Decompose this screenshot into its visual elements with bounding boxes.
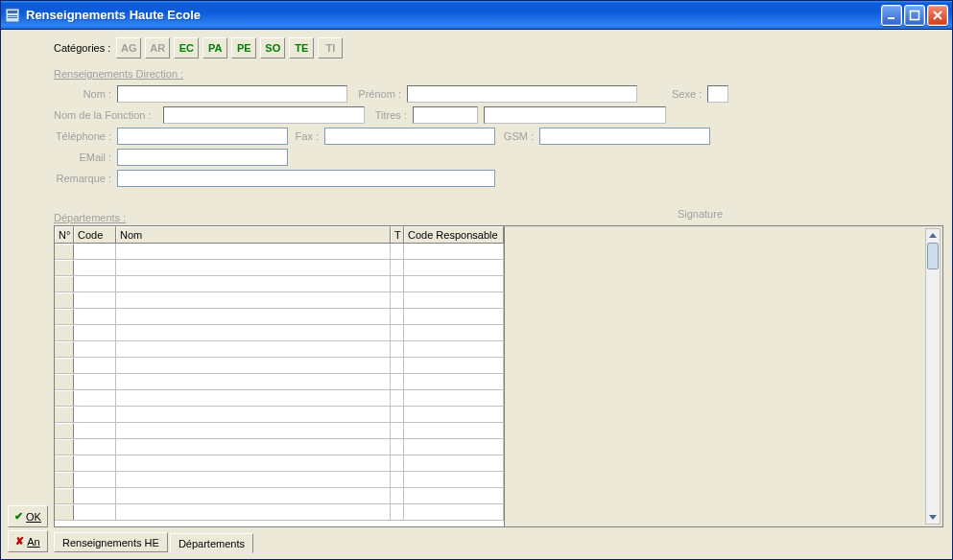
cell-resp[interactable]	[404, 244, 504, 259]
minimize-button[interactable]	[881, 5, 902, 26]
table-row[interactable]	[55, 358, 504, 374]
cell-code[interactable]	[74, 244, 116, 259]
cell-code[interactable]	[74, 423, 116, 438]
table-row[interactable]	[55, 260, 504, 276]
cell-resp[interactable]	[404, 423, 504, 438]
table-row[interactable]	[55, 292, 504, 309]
category-pe-button[interactable]: PE	[231, 37, 256, 58]
col-code[interactable]: Code	[74, 226, 116, 243]
remarque-field[interactable]	[117, 170, 495, 187]
cell-t[interactable]	[391, 390, 404, 406]
cell-code[interactable]	[74, 341, 116, 357]
cell-code[interactable]	[74, 439, 116, 455]
cell-num[interactable]	[55, 439, 74, 455]
cell-num[interactable]	[55, 455, 74, 471]
sexe-field[interactable]	[707, 85, 728, 103]
col-resp[interactable]: Code Responsable	[404, 226, 504, 243]
cell-nom[interactable]	[116, 472, 391, 487]
cell-code[interactable]	[74, 407, 116, 422]
table-row[interactable]	[55, 423, 504, 439]
tel-field[interactable]	[117, 128, 288, 145]
titre2-field[interactable]	[484, 106, 666, 124]
cell-t[interactable]	[391, 439, 404, 455]
cell-nom[interactable]	[116, 358, 391, 373]
cell-num[interactable]	[55, 472, 74, 487]
cell-code[interactable]	[74, 276, 116, 292]
cell-t[interactable]	[391, 374, 404, 389]
cell-t[interactable]	[391, 488, 404, 503]
col-t[interactable]: T	[391, 226, 404, 243]
cell-code[interactable]	[74, 472, 116, 487]
table-row[interactable]	[55, 325, 504, 341]
cell-num[interactable]	[55, 292, 74, 308]
cell-code[interactable]	[74, 309, 116, 324]
departements-grid[interactable]: N° Code Nom T Code Responsable	[54, 225, 505, 527]
cell-num[interactable]	[55, 423, 74, 438]
cell-nom[interactable]	[116, 341, 391, 357]
table-row[interactable]	[55, 407, 504, 423]
cell-num[interactable]	[55, 244, 74, 259]
table-row[interactable]	[55, 309, 504, 325]
cell-t[interactable]	[391, 244, 404, 259]
cell-t[interactable]	[391, 472, 404, 487]
cell-num[interactable]	[55, 488, 74, 503]
fax-field[interactable]	[324, 128, 495, 145]
cell-t[interactable]	[391, 309, 404, 324]
cell-code[interactable]	[74, 504, 116, 520]
cell-num[interactable]	[55, 504, 74, 520]
cell-t[interactable]	[391, 504, 404, 520]
cell-nom[interactable]	[116, 244, 391, 259]
cell-nom[interactable]	[116, 374, 391, 389]
cell-t[interactable]	[391, 260, 404, 275]
cell-resp[interactable]	[404, 455, 504, 471]
cell-resp[interactable]	[404, 292, 504, 308]
email-field[interactable]	[117, 149, 288, 166]
tab-renseignements-he[interactable]: Renseignements HE	[54, 532, 168, 552]
cell-nom[interactable]	[116, 455, 391, 471]
col-num[interactable]: N°	[55, 226, 74, 243]
cell-nom[interactable]	[116, 276, 391, 292]
grid-body[interactable]	[55, 244, 504, 526]
cell-code[interactable]	[74, 488, 116, 503]
cell-resp[interactable]	[404, 341, 504, 357]
cell-num[interactable]	[55, 358, 74, 373]
cell-num[interactable]	[55, 374, 74, 389]
scrollbar[interactable]	[925, 228, 941, 525]
cell-t[interactable]	[391, 455, 404, 471]
cell-resp[interactable]	[404, 439, 504, 455]
maximize-button[interactable]	[904, 5, 925, 26]
cell-nom[interactable]	[116, 407, 391, 422]
cell-nom[interactable]	[116, 325, 391, 340]
col-nom[interactable]: Nom	[116, 226, 391, 243]
prenom-field[interactable]	[407, 85, 637, 103]
cell-num[interactable]	[55, 325, 74, 340]
cell-t[interactable]	[391, 292, 404, 308]
tab-departements[interactable]: Départements	[170, 533, 253, 553]
cell-resp[interactable]	[404, 504, 504, 520]
cell-nom[interactable]	[116, 260, 391, 275]
fonction-field[interactable]	[163, 106, 365, 124]
ok-button[interactable]: ✔ OK	[8, 505, 48, 527]
table-row[interactable]	[55, 390, 504, 407]
cell-t[interactable]	[391, 276, 404, 292]
cell-t[interactable]	[391, 407, 404, 422]
category-pa-button[interactable]: PA	[203, 37, 227, 58]
cell-nom[interactable]	[116, 439, 391, 455]
cell-nom[interactable]	[116, 488, 391, 503]
cell-num[interactable]	[55, 309, 74, 324]
table-row[interactable]	[55, 472, 504, 488]
table-row[interactable]	[55, 244, 504, 260]
titre1-field[interactable]	[413, 106, 478, 124]
category-so-button[interactable]: SO	[260, 37, 285, 58]
cell-num[interactable]	[55, 260, 74, 275]
cell-code[interactable]	[74, 325, 116, 340]
category-te-button[interactable]: TE	[289, 37, 314, 58]
nom-field[interactable]	[117, 85, 347, 103]
table-row[interactable]	[55, 488, 504, 504]
cell-code[interactable]	[74, 260, 116, 275]
cell-code[interactable]	[74, 455, 116, 471]
table-row[interactable]	[55, 455, 504, 472]
cell-resp[interactable]	[404, 309, 504, 324]
cell-nom[interactable]	[116, 423, 391, 438]
cell-resp[interactable]	[404, 472, 504, 487]
